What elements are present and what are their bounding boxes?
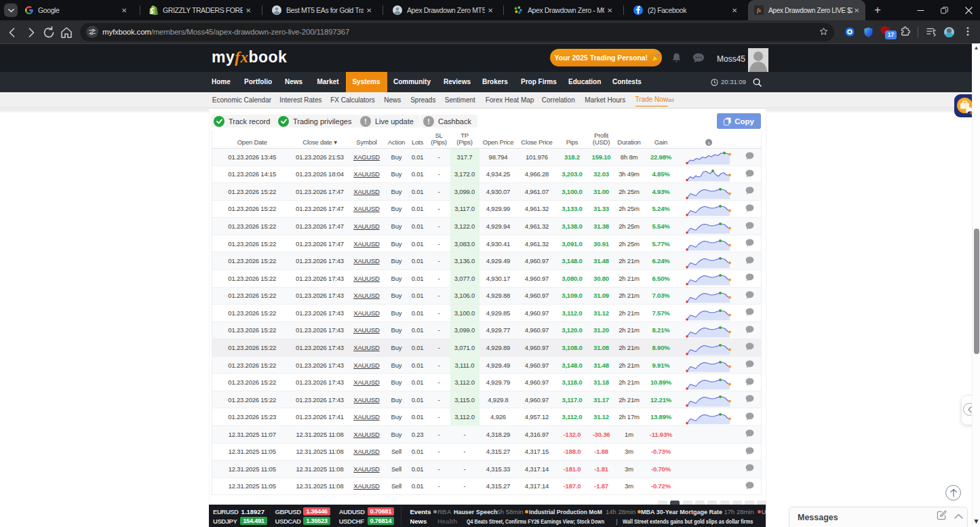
svg-text:i: i <box>708 140 709 146</box>
svg-text:fx: fx <box>757 7 761 14</box>
